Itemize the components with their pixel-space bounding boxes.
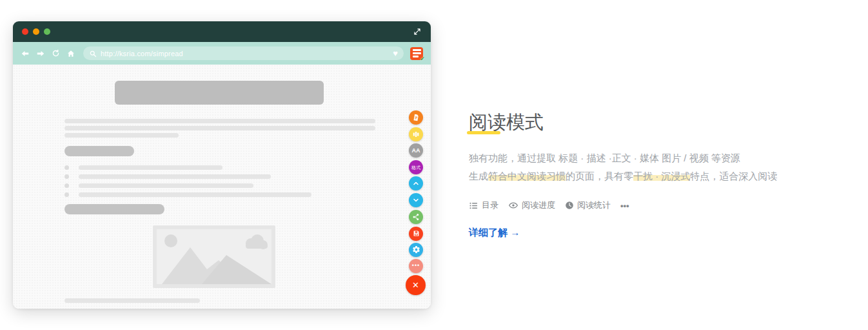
feature-description: 独有功能，通过提取 标题 · 描述 ·正文 · 媒体 图片 / 视频 等资源 生… xyxy=(469,149,840,185)
scroll-down-button[interactable] xyxy=(409,193,423,207)
bookmark-heart-icon[interactable]: ♥ xyxy=(393,49,398,57)
placeholder-bullet xyxy=(64,165,69,170)
placeholder-line xyxy=(79,192,311,197)
placeholder-subtitle xyxy=(64,146,134,156)
eye-icon xyxy=(508,200,518,211)
font-size-label: AA xyxy=(412,148,420,154)
placeholder-image-art xyxy=(157,229,271,284)
save-button[interactable] xyxy=(409,227,423,241)
subfeature-目录: 目录 xyxy=(469,200,498,211)
logo-check-icon: ✔ xyxy=(420,56,425,62)
highlighted-text: 符合中文阅读习惯 xyxy=(488,170,566,181)
close-button[interactable]: ✕ xyxy=(406,275,426,295)
close-window-dot[interactable] xyxy=(22,28,28,35)
simpread-logo-icon[interactable]: ✔ xyxy=(410,47,423,60)
close-label: ✕ xyxy=(412,281,419,289)
placeholder-image xyxy=(153,225,275,288)
expand-icon[interactable] xyxy=(413,27,422,36)
placeholder-line xyxy=(79,165,222,170)
placeholder-subtitle xyxy=(64,204,164,214)
share-icon xyxy=(412,213,420,221)
browser-content-area xyxy=(13,65,431,309)
placeholder-bullet xyxy=(64,192,69,197)
save-icon xyxy=(413,230,420,237)
subfeature-阅读统计: 阅读统计 xyxy=(565,200,611,211)
browser-titlebar xyxy=(13,21,431,42)
placeholder-line xyxy=(64,298,200,303)
zoom-window-dot[interactable] xyxy=(44,28,50,35)
refresh-icon[interactable] xyxy=(52,49,60,57)
address-bar[interactable]: http://ksria.com/simpread ♥ xyxy=(83,46,404,60)
chevron-up-icon xyxy=(412,180,420,187)
description-line2: 生成符合中文阅读习惯的页面，具有零干扰 · 沉浸式特点，适合深入阅读 xyxy=(469,167,840,185)
share-button[interactable] xyxy=(409,210,423,224)
settings-button[interactable] xyxy=(409,243,423,257)
placeholder-title xyxy=(115,81,324,105)
placeholder-line xyxy=(79,183,253,188)
columns-icon xyxy=(412,130,420,138)
placeholder-line xyxy=(64,119,375,123)
more-label: ••• xyxy=(412,263,420,269)
subfeature-label: 目录 xyxy=(482,200,498,211)
clock-icon xyxy=(565,201,574,210)
minimize-window-dot[interactable] xyxy=(33,28,39,35)
page: http://ksria.com/simpread ♥ ✔ xyxy=(0,0,868,330)
plain-text: 生成 xyxy=(469,170,488,181)
placeholder-bullet xyxy=(64,183,69,188)
list-icon xyxy=(469,201,478,211)
layout-button[interactable] xyxy=(409,127,423,141)
more-button[interactable]: ••• xyxy=(409,259,423,273)
highlighted-text: 干扰 · 沉浸式 xyxy=(633,170,690,181)
home-icon[interactable] xyxy=(66,49,75,58)
format-label: 格式 xyxy=(411,165,420,170)
description-line1: 独有功能，通过提取 标题 · 描述 ·正文 · 媒体 图片 / 视频 等资源 xyxy=(469,149,840,167)
back-icon[interactable] xyxy=(21,49,30,58)
browser-mockup-window: http://ksria.com/simpread ♥ ✔ xyxy=(13,21,431,309)
subfeature-label: 阅读统计 xyxy=(577,200,611,211)
forward-icon[interactable] xyxy=(36,49,45,58)
plain-text: 的页面，具有零 xyxy=(566,170,633,181)
subfeature-阅读进度: 阅读进度 xyxy=(508,200,555,211)
chevron-down-icon xyxy=(412,196,420,204)
subfeature-row: 目录阅读进度阅读统计••• xyxy=(469,200,629,211)
browser-toolbar: http://ksria.com/simpread ♥ ✔ xyxy=(13,42,431,65)
placeholder-bullet xyxy=(64,174,69,179)
traffic-lights xyxy=(22,28,50,35)
subfeature-•••: ••• xyxy=(620,201,629,211)
plain-text: 特点，适合深入阅读 xyxy=(690,170,777,181)
reading-button[interactable] xyxy=(409,110,423,125)
subfeature-label: 阅读进度 xyxy=(522,200,555,211)
placeholder-line xyxy=(64,126,375,130)
page-icon xyxy=(412,114,420,121)
subfeature-label: ••• xyxy=(620,201,629,211)
gear-icon xyxy=(412,245,420,254)
placeholder-line xyxy=(64,133,179,138)
url-text: http://ksria.com/simpread xyxy=(101,50,183,57)
title-underline xyxy=(467,131,500,134)
learn-more-link[interactable]: 详细了解 → xyxy=(469,227,520,239)
search-icon xyxy=(89,50,97,57)
placeholder-line xyxy=(79,174,271,179)
